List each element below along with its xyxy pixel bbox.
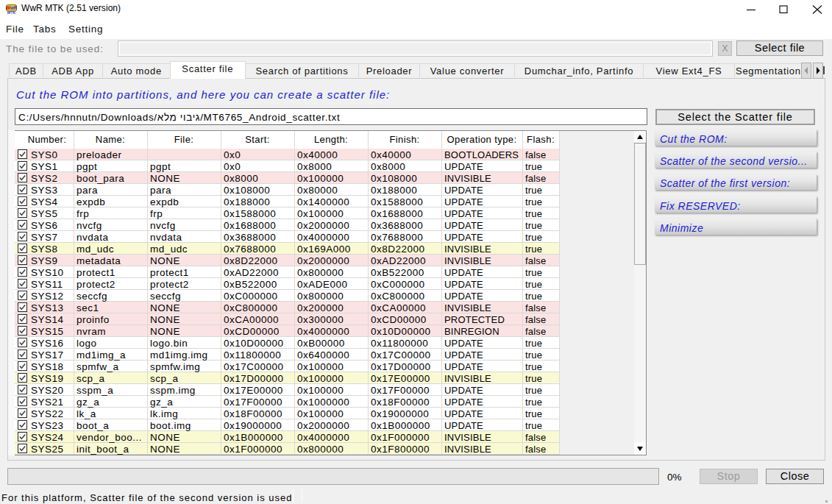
svg-text:WwR: WwR xyxy=(6,5,17,10)
svg-text:MTK: MTK xyxy=(7,10,16,14)
